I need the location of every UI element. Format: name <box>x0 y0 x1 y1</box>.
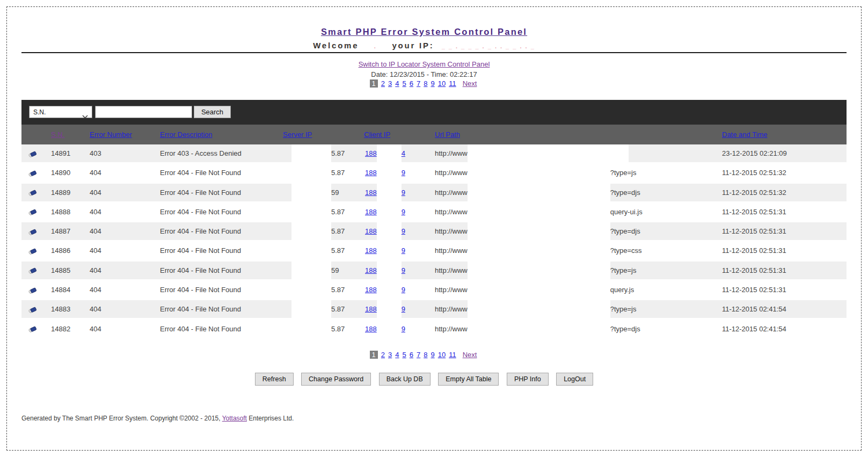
column-header-url-path[interactable]: Url Path <box>435 125 460 144</box>
column-header-server-ip[interactable]: Server IP <box>283 125 312 144</box>
cell-server-ip: 5.87 <box>291 242 345 259</box>
pagination-page-link[interactable]: 2 <box>381 351 385 359</box>
column-header-date-and-time[interactable]: Date and Time <box>722 125 768 144</box>
backup-db-button[interactable]: Back Up DB <box>379 373 431 386</box>
table-header-row: S.N. Error Number Error Description Serv… <box>21 125 847 144</box>
delete-record-button[interactable] <box>26 262 39 279</box>
client-ip-link[interactable]: 188 <box>365 208 377 216</box>
search-toolbar: S.N. Search <box>21 100 847 125</box>
client-ip-link[interactable]: 188 <box>365 246 377 255</box>
cell-client-ip: 1889 <box>365 203 405 221</box>
pagination-top: 1234567891011Next <box>21 79 827 88</box>
cell-sn: 14887 <box>51 222 70 240</box>
client-ip-link-suffix[interactable]: 9 <box>402 188 405 197</box>
pagination-page-link[interactable]: 3 <box>388 351 392 359</box>
redaction-box <box>291 281 331 299</box>
change-password-button[interactable]: Change Password <box>301 373 371 386</box>
client-ip-link-suffix[interactable]: 9 <box>402 286 405 294</box>
pagination-page-link[interactable]: 5 <box>403 351 406 359</box>
pagination-page-link[interactable]: 10 <box>438 79 446 88</box>
search-input[interactable] <box>95 106 192 118</box>
search-button[interactable]: Search <box>194 106 231 118</box>
client-ip-link-suffix[interactable]: 9 <box>402 246 405 255</box>
delete-record-button[interactable] <box>26 300 39 318</box>
pagination-page-link[interactable]: 3 <box>388 79 392 88</box>
redaction-box <box>291 300 331 318</box>
refresh-button[interactable]: Refresh <box>255 373 294 386</box>
yottasoft-link[interactable]: Yottasoft <box>222 415 247 422</box>
cell-server-ip: 5.87 <box>291 164 345 182</box>
client-ip-link[interactable]: 188 <box>365 188 377 197</box>
table-row: 14886404Error 404 - File Not Found5.8718… <box>21 242 847 259</box>
empty-all-table-button[interactable]: Empty All Table <box>438 373 499 386</box>
cell-url-path: http://wwwquery.js <box>435 281 634 299</box>
pagination-next-link[interactable]: Next <box>463 351 477 359</box>
client-ip-link[interactable]: 188 <box>365 149 377 157</box>
client-ip-link-suffix[interactable]: 9 <box>402 266 405 274</box>
url-prefix: http://www <box>435 149 468 157</box>
cell-url-path: http://www <box>435 144 629 162</box>
table-row: 14889404Error 404 - File Not Found591889… <box>21 184 847 201</box>
pagination-page-link[interactable]: 9 <box>431 79 434 88</box>
server-ip-visible-part: 5.87 <box>331 246 345 255</box>
table-row: 14888404Error 404 - File Not Found5.8718… <box>21 203 847 221</box>
redaction-box <box>291 222 331 240</box>
pagination-page-link[interactable]: 7 <box>417 79 420 88</box>
php-info-button[interactable]: PHP Info <box>507 373 549 386</box>
delete-record-button[interactable] <box>26 281 39 299</box>
logout-button[interactable]: LogOut <box>556 373 593 386</box>
eraser-icon <box>28 248 37 255</box>
page-title[interactable]: Smart PHP Error System Control Panel <box>21 27 827 37</box>
client-ip-link-suffix[interactable]: 9 <box>402 227 405 235</box>
pagination-next-link[interactable]: Next <box>463 79 477 88</box>
delete-record-button[interactable] <box>26 184 39 201</box>
pagination-page-link[interactable]: 8 <box>424 79 427 88</box>
redaction-box <box>377 242 402 259</box>
cell-url-path: http://www?type=js <box>435 300 636 318</box>
pagination-page-link[interactable]: 6 <box>410 351 413 359</box>
delete-record-button[interactable] <box>26 222 39 240</box>
pagination-page-link[interactable]: 5 <box>403 79 406 88</box>
delete-record-button[interactable] <box>26 164 39 182</box>
pagination-page-link[interactable]: 4 <box>395 79 399 88</box>
pagination-page-link[interactable]: 9 <box>431 351 434 359</box>
client-ip-link-suffix[interactable]: 9 <box>402 169 405 177</box>
pagination-page-link[interactable]: 8 <box>424 351 427 359</box>
your-ip-label: your IP: <box>392 41 434 50</box>
switch-ip-locator-link[interactable]: Switch to IP Locator System Control Pane… <box>359 60 490 68</box>
delete-record-button[interactable] <box>26 144 39 162</box>
client-ip-link[interactable]: 188 <box>365 169 377 177</box>
delete-record-button[interactable] <box>26 320 39 338</box>
pagination-page-link[interactable]: 10 <box>438 351 446 359</box>
client-ip-link-suffix[interactable]: 9 <box>402 208 405 216</box>
column-header-sn[interactable]: S.N. <box>51 125 64 144</box>
cell-url-path: http://www?type=js <box>435 164 636 182</box>
pagination-page-link[interactable]: 11 <box>449 79 456 88</box>
client-ip-link[interactable]: 188 <box>365 227 377 235</box>
cell-server-ip: 5.87 <box>291 144 345 162</box>
client-ip-link-suffix[interactable]: 9 <box>402 325 405 333</box>
pagination-page-link[interactable]: 6 <box>410 79 413 88</box>
column-header-error-description[interactable]: Error Description <box>160 125 213 144</box>
pagination-page-link[interactable]: 4 <box>395 351 399 359</box>
client-ip-link-suffix[interactable]: 4 <box>402 149 405 157</box>
cell-server-ip: 59 <box>291 184 339 201</box>
client-ip-link[interactable]: 188 <box>365 305 377 313</box>
column-header-error-number[interactable]: Error Number <box>90 125 132 144</box>
welcome-label: Welcome <box>313 41 359 50</box>
client-ip-link[interactable]: 188 <box>365 325 377 333</box>
client-ip-link[interactable]: 188 <box>365 286 377 294</box>
search-field-select[interactable]: S.N. <box>29 106 92 118</box>
delete-record-button[interactable] <box>26 203 39 221</box>
pagination-page-link[interactable]: 7 <box>417 351 420 359</box>
welcome-line: Welcome.your IP:_ _ . _ _ _ . _ . . _ _ … <box>21 41 827 50</box>
pagination-page-link[interactable]: 2 <box>381 79 385 88</box>
pagination-page-link[interactable]: 11 <box>449 351 456 359</box>
url-prefix: http://www <box>435 208 468 216</box>
cell-url-path: http://www?type=css <box>435 242 642 259</box>
client-ip-link-suffix[interactable]: 9 <box>402 305 405 313</box>
delete-record-button[interactable] <box>26 242 39 259</box>
client-ip-link[interactable]: 188 <box>365 266 377 274</box>
cell-client-ip: 1889 <box>365 222 405 240</box>
column-header-client-ip[interactable]: Client IP <box>364 125 390 144</box>
